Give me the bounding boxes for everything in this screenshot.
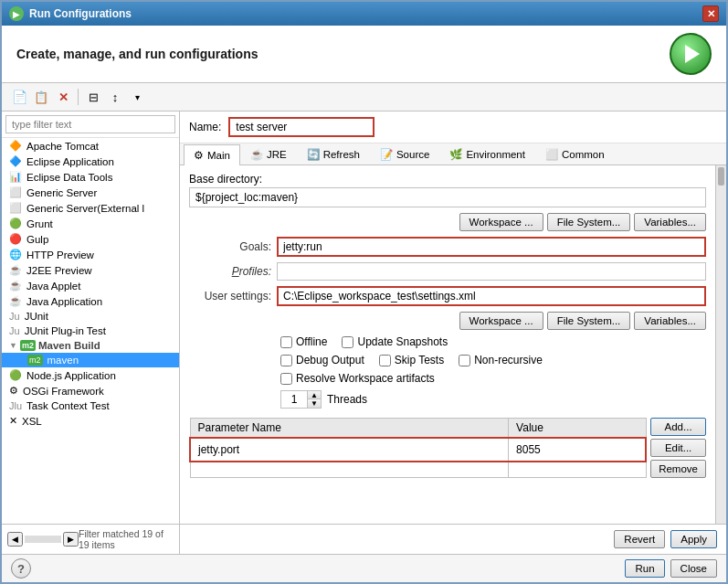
list-item[interactable]: ⬜ Generic Server(External l (2, 200, 179, 216)
run-button[interactable] (670, 33, 712, 75)
scroll-left-button[interactable]: ◀ (7, 532, 23, 547)
grunt-icon: 🟢 (9, 218, 22, 229)
list-item[interactable]: Ju JUnit (2, 309, 179, 324)
run-action-button[interactable]: Run (625, 559, 664, 578)
list-item[interactable]: 📊 Eclipse Data Tools (2, 169, 179, 185)
apply-button[interactable]: Apply (670, 530, 717, 548)
collapse-all-button[interactable]: ⊟ (83, 87, 103, 107)
m2-icon: m2 (20, 340, 36, 351)
table-row-empty (190, 462, 646, 478)
maven-child-icon: m2 (27, 355, 43, 366)
collapse-icon: ⊟ (89, 90, 99, 104)
list-item[interactable]: ⚙ OSGi Framework (2, 383, 179, 398)
offline-checkbox-item: Offline (280, 335, 327, 348)
close-button[interactable]: ✕ (702, 5, 719, 22)
filesystem-btn-2[interactable]: File System... (547, 312, 631, 330)
params-section: Parameter Name Value jetty.port 8055 (189, 418, 706, 478)
dropdown-button[interactable]: ▾ (127, 87, 147, 107)
goals-input[interactable] (277, 237, 706, 257)
copy-config-button[interactable]: 📋 (31, 87, 51, 107)
list-item[interactable]: ⬜ Generic Server (2, 185, 179, 200)
new-config-button[interactable]: 📄 (9, 87, 29, 107)
skip-tests-label: Skip Tests (395, 354, 444, 366)
help-button[interactable]: ? (11, 558, 31, 579)
tab-common[interactable]: ⬜ Common (535, 143, 615, 165)
maven-build-category[interactable]: ▼ m2 Maven Build (2, 338, 179, 353)
name-label: Name: (189, 121, 221, 133)
main-content: 🔶 Apache Tomcat 🔷 Eclipse Application 📊 … (2, 111, 726, 554)
workspace-btn-1[interactable]: Workspace ... (459, 213, 543, 231)
threads-up-button[interactable]: ▲ (308, 391, 321, 399)
tab-jre[interactable]: ☕ JRE (240, 143, 297, 165)
update-snapshots-checkbox[interactable] (342, 336, 353, 348)
run-button-icon (685, 45, 700, 63)
generic-server-ext-icon: ⬜ (9, 202, 22, 214)
name-input[interactable] (228, 117, 375, 137)
non-recursive-checkbox-item: Non-recursive (459, 354, 543, 366)
base-dir-input[interactable] (189, 187, 706, 207)
http-preview-icon: 🌐 (9, 249, 22, 260)
tab-source[interactable]: 📝 Source (370, 143, 439, 165)
list-item[interactable]: ☕ Java Application (2, 293, 179, 309)
filter-input[interactable] (5, 115, 175, 133)
list-item[interactable]: ✕ XSL (2, 413, 179, 429)
tab-main[interactable]: ⚙ Main (184, 144, 240, 165)
list-item[interactable]: Jlu Task Context Test (2, 398, 179, 413)
remove-param-button[interactable]: Remove (650, 460, 706, 478)
edit-param-button[interactable]: Edit... (650, 439, 706, 457)
tab-environment[interactable]: 🌿 Environment (439, 143, 535, 165)
list-item[interactable]: 🔷 Eclipse Application (2, 154, 179, 169)
profiles-input[interactable] (277, 262, 706, 281)
param-value-header: Value (509, 419, 647, 439)
offline-checkbox[interactable] (280, 336, 292, 348)
non-recursive-checkbox[interactable] (459, 355, 470, 366)
list-item[interactable]: ☕ Java Applet (2, 278, 179, 293)
data-tools-icon: 📊 (9, 171, 22, 183)
scroll-right-button[interactable]: ▶ (63, 532, 79, 547)
threads-input[interactable] (280, 390, 308, 409)
common-tab-icon: ⬜ (545, 148, 558, 161)
params-table: Parameter Name Value jetty.port 8055 (189, 418, 647, 478)
threads-label: Threads (327, 393, 367, 406)
param-name-cell: jetty.port (190, 438, 509, 462)
env-tab-icon: 🌿 (449, 148, 462, 161)
list-item[interactable]: 🔶 Apache Tomcat (2, 138, 179, 154)
tomcat-icon: 🔶 (9, 140, 22, 152)
sort-button[interactable]: ↕ (105, 87, 125, 107)
threads-down-button[interactable]: ▼ (308, 399, 321, 408)
add-param-button[interactable]: Add... (650, 418, 706, 436)
list-item[interactable]: 🌐 HTTP Preview (2, 247, 179, 262)
source-tab-icon: 📝 (380, 148, 393, 161)
resolve-workspace-checkbox[interactable] (280, 373, 292, 385)
xsl-icon: ✕ (9, 415, 17, 427)
list-item[interactable]: ☕ J2EE Preview (2, 262, 179, 278)
sort-icon: ↕ (112, 90, 119, 104)
list-item[interactable]: 🔴 Gulp (2, 231, 179, 247)
refresh-tab-icon: 🔄 (307, 148, 320, 161)
debug-output-checkbox[interactable] (280, 355, 292, 366)
delete-config-button[interactable]: ✕ (53, 87, 73, 107)
user-settings-input[interactable] (277, 286, 706, 306)
filesystem-btn-1[interactable]: File System... (547, 213, 631, 231)
list-item[interactable]: 🟢 Grunt (2, 216, 179, 231)
resolve-workspace-row: Resolve Workspace artifacts (189, 372, 706, 385)
header-section: Create, manage, and run configurations (2, 26, 726, 83)
eclipse-app-icon: 🔷 (9, 155, 22, 167)
close-action-button[interactable]: Close (670, 559, 717, 578)
params-header: Parameter Name Value (190, 419, 646, 439)
tab-refresh[interactable]: 🔄 Refresh (297, 143, 370, 165)
skip-tests-checkbox[interactable] (379, 355, 391, 366)
variables-btn-1[interactable]: Variables... (634, 213, 706, 231)
main-tab-icon: ⚙ (194, 149, 204, 162)
vertical-scrollbar[interactable] (715, 165, 726, 524)
workspace-btn-2[interactable]: Workspace ... (459, 312, 543, 330)
table-row[interactable]: jetty.port 8055 (190, 438, 646, 462)
variables-btn-2[interactable]: Variables... (634, 312, 706, 330)
panel-content: Base directory: Workspace ... File Syste… (180, 165, 715, 524)
list-item[interactable]: Ju JUnit Plug-in Test (2, 324, 179, 338)
list-item[interactable]: 🟢 Node.js Application (2, 367, 179, 383)
delete-icon: ✕ (58, 90, 69, 104)
maven-item[interactable]: m2 maven (2, 353, 179, 367)
revert-button[interactable]: Revert (614, 530, 665, 548)
toolbar-separator-1 (78, 89, 79, 105)
